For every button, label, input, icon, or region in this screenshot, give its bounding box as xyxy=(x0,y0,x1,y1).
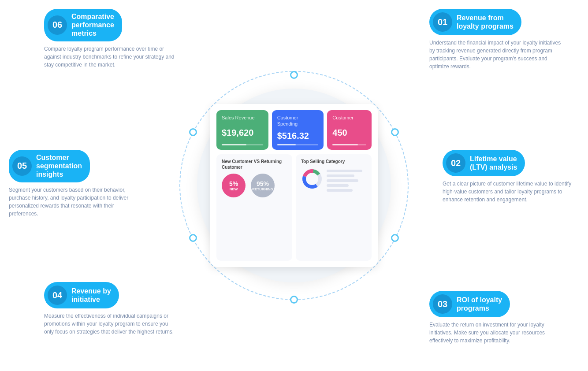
feature-04-title: Revenue byinitiative xyxy=(71,287,111,304)
center-circle: Sales Revenue $19,620 Customer Spending … xyxy=(197,89,391,282)
feature-05-desc: Segment your customers based on their be… xyxy=(9,186,141,218)
bottom-charts-row: New Customer VS Returning Customer 5% NE… xyxy=(216,154,372,261)
feature-04-desc: Measure the effectiveness of individual … xyxy=(44,312,176,336)
feature-02-number: 02 xyxy=(446,153,465,173)
customer-tile: Customer 450 xyxy=(327,110,372,150)
customer-value: 450 xyxy=(332,128,366,138)
new-vs-returning-tile: New Customer VS Returning Customer 5% NE… xyxy=(216,154,292,261)
ring-dot-top xyxy=(290,71,298,79)
dashboard-card: Sales Revenue $19,620 Customer Spending … xyxy=(210,104,378,267)
customer-bar xyxy=(332,144,366,145)
returning-customer-circle: 95% Returning xyxy=(251,174,275,197)
feature-03-desc: Evaluate the return on investment for yo… xyxy=(429,321,562,345)
feature-02: 02 Lifetime value(LTV) analysis Get a cl… xyxy=(443,150,575,204)
feature-03: 03 ROI of loyaltyprograms Evaluate the r… xyxy=(429,291,562,345)
returning-label: Returning xyxy=(252,187,273,191)
feature-02-desc: Get a clear picture of customer lifetime… xyxy=(443,180,575,204)
feature-03-title: ROI of loyaltyprograms xyxy=(457,296,502,312)
returning-pct: 95% xyxy=(257,180,269,187)
feature-06-title: Comparativeperformancemetrics xyxy=(71,12,114,38)
line-bars xyxy=(327,170,366,192)
new-customer-circle: 5% NEW xyxy=(222,174,246,197)
feature-01: 01 Revenue fromloyalty programs Understa… xyxy=(429,9,562,70)
ring-dot-bottom-right xyxy=(391,234,399,242)
line-bar-3 xyxy=(327,179,358,182)
feature-01-badge: 01 Revenue fromloyalty programs xyxy=(429,9,521,35)
feature-05-title: Customersegmentationinsights xyxy=(36,153,82,179)
feature-05: 05 Customersegmentationinsights Segment … xyxy=(9,150,141,218)
feature-05-number: 05 xyxy=(12,156,32,176)
feature-04-number: 04 xyxy=(48,286,67,305)
customer-spending-bar xyxy=(277,144,319,145)
line-bar-5 xyxy=(327,189,353,192)
feature-04: 04 Revenue byinitiative Measure the effe… xyxy=(44,282,176,336)
feature-04-badge: 04 Revenue byinitiative xyxy=(44,282,119,308)
feature-06-number: 06 xyxy=(48,15,67,35)
customer-spending-value: $516.32 xyxy=(277,131,319,141)
ring-dot-bottom xyxy=(290,296,298,304)
line-bar-4 xyxy=(327,184,349,187)
customer-label: Customer xyxy=(332,115,366,121)
feature-03-number: 03 xyxy=(433,294,452,314)
customer-spending-tile: Customer Spending $516.32 xyxy=(272,110,324,150)
sales-revenue-value: $19,620 xyxy=(222,128,263,138)
feature-06-badge: 06 Comparativeperformancemetrics xyxy=(44,9,122,41)
feature-06: 06 Comparativeperformancemetrics Compare… xyxy=(44,9,176,69)
line-bar-1 xyxy=(327,170,362,172)
ring-dot-bottom-left xyxy=(189,234,197,242)
feature-01-number: 01 xyxy=(433,12,452,32)
customer-spending-label: Customer Spending xyxy=(277,115,319,127)
top-selling-tile: Top Selling Category xyxy=(296,154,372,261)
sales-revenue-tile: Sales Revenue $19,620 xyxy=(216,110,268,150)
feature-02-title: Lifetime value(LTV) analysis xyxy=(470,155,517,171)
donut-chart xyxy=(301,168,323,190)
top-selling-title: Top Selling Category xyxy=(301,159,366,164)
new-label: NEW xyxy=(230,187,238,191)
sales-revenue-bar xyxy=(222,144,263,145)
feature-02-badge: 02 Lifetime value(LTV) analysis xyxy=(443,150,525,176)
ring-dot-top-right xyxy=(391,128,399,136)
feature-01-title: Revenue fromloyalty programs xyxy=(457,14,514,30)
feature-06-desc: Compare loyalty program performance over… xyxy=(44,45,176,69)
ring-dot-top-left xyxy=(189,128,197,136)
page-wrapper: 01 Revenue fromloyalty programs Understa… xyxy=(0,0,588,371)
line-bar-2 xyxy=(327,174,354,177)
metric-row: Sales Revenue $19,620 Customer Spending … xyxy=(216,110,372,150)
new-pct: 5% xyxy=(229,180,238,187)
customer-spending-bar-fill xyxy=(277,144,296,145)
feature-05-badge: 05 Customersegmentationinsights xyxy=(9,150,90,182)
pie-area: 5% NEW 95% Returning xyxy=(222,174,287,197)
sales-revenue-bar-fill xyxy=(222,144,246,145)
sales-revenue-label: Sales Revenue xyxy=(222,115,263,121)
customer-bar-fill xyxy=(332,144,357,145)
new-vs-returning-title: New Customer VS Returning Customer xyxy=(222,159,287,170)
feature-01-desc: Understand the financial impact of your … xyxy=(429,39,562,70)
feature-03-badge: 03 ROI of loyaltyprograms xyxy=(429,291,510,317)
